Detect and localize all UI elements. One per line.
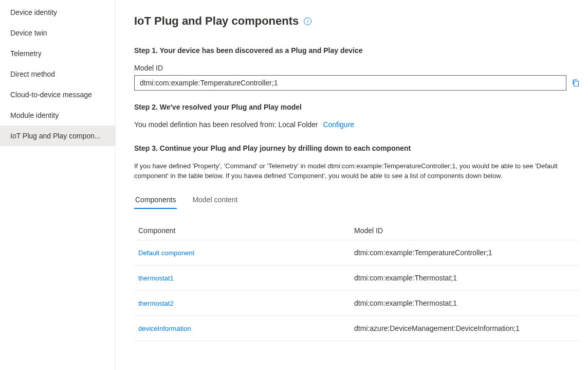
step2-resolve-line: You model defintion has been resolved fr… — [134, 120, 580, 129]
components-table: Component Model ID Default component dtm… — [134, 221, 580, 341]
col-header-component: Component — [138, 226, 354, 235]
col-header-model-id: Model ID — [354, 226, 576, 235]
table-row: deviceInformation dtmi:azure:DeviceManag… — [134, 316, 580, 341]
table-row: thermostat1 dtmi:com:example:Thermostat;… — [134, 266, 580, 291]
sidebar-item-telemetry[interactable]: Telemetry — [0, 43, 115, 64]
main-content: IoT Plug and Play components i Step 1. Y… — [116, 0, 588, 370]
sidebar-item-direct-method[interactable]: Direct method — [0, 64, 115, 84]
model-id-cell: dtmi:com:example:Thermostat;1 — [354, 274, 576, 282]
model-id-input[interactable] — [134, 75, 566, 91]
sidebar-item-device-identity[interactable]: Device identity — [0, 2, 115, 23]
step3-description: If you have defined 'Property', 'Command… — [134, 162, 580, 181]
component-link[interactable]: thermostat1 — [138, 274, 174, 282]
model-id-row — [134, 75, 580, 91]
page-title: IoT Plug and Play components i — [134, 14, 580, 28]
model-id-cell: dtmi:com:example:TemperatureController;1 — [354, 249, 576, 257]
page-title-text: IoT Plug and Play components — [134, 14, 299, 28]
table-row: Default component dtmi:com:example:Tempe… — [134, 240, 580, 266]
configure-link[interactable]: Configure — [323, 120, 354, 129]
model-id-cell: dtmi:azure:DeviceManagement:DeviceInform… — [354, 324, 576, 332]
sidebar-item-cloud-to-device-message[interactable]: Cloud-to-device message — [0, 84, 115, 105]
sidebar-item-device-twin[interactable]: Device twin — [0, 23, 115, 43]
table-header: Component Model ID — [134, 221, 580, 240]
model-id-label: Model ID — [134, 64, 580, 72]
model-id-cell: dtmi:com:example:Thermostat;1 — [354, 299, 576, 307]
table-row: thermostat2 dtmi:com:example:Thermostat;… — [134, 291, 580, 316]
tab-model-content[interactable]: Model content — [191, 192, 238, 209]
svg-rect-0 — [574, 81, 579, 86]
step2-resolved-text: You model defintion has been resolved fr… — [134, 120, 318, 129]
copy-icon[interactable] — [572, 79, 580, 87]
info-icon[interactable]: i — [304, 17, 311, 25]
step1-heading: Step 1. Your device has been discovered … — [134, 46, 580, 55]
step2-heading: Step 2. We've resolved your Plug and Pla… — [134, 103, 580, 111]
sidebar: Device identity Device twin Telemetry Di… — [0, 0, 116, 370]
tabs: Components Model content — [134, 192, 580, 209]
tab-components[interactable]: Components — [134, 192, 177, 209]
component-link[interactable]: deviceInformation — [138, 325, 191, 332]
step3-heading: Step 3. Continue your Plug and Play jour… — [134, 144, 580, 152]
component-link[interactable]: Default component — [138, 249, 194, 257]
sidebar-item-iot-plug-and-play[interactable]: IoT Plug and Play compon... — [0, 126, 115, 146]
component-link[interactable]: thermostat2 — [138, 299, 174, 307]
sidebar-item-module-identity[interactable]: Module identity — [0, 105, 115, 126]
